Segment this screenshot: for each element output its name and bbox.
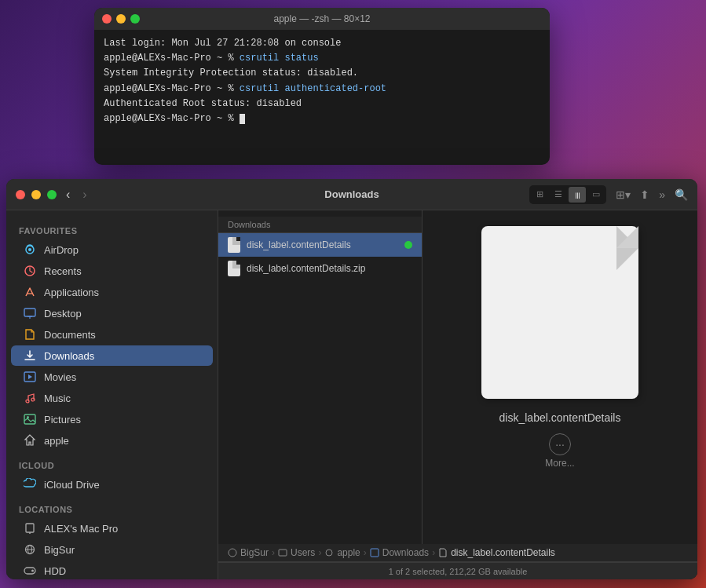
path-item-file[interactable]: disk_label.contentDetails — [451, 547, 555, 558]
terminal-line-5: Authenticated Root status: disabled — [104, 97, 540, 111]
downloads-icon — [24, 349, 36, 362]
sidebar-item-pictures[interactable]: Pictures — [11, 409, 213, 429]
sidebar-item-applications[interactable]: Applications — [11, 282, 213, 302]
airdrop-icon — [24, 243, 36, 256]
sidebar-item-apple-label: apple — [44, 435, 69, 447]
sidebar-item-applications-label: Applications — [44, 287, 99, 298]
finder-zoom-button[interactable] — [47, 190, 57, 199]
minimize-button[interactable] — [116, 14, 126, 24]
finder-close-button[interactable] — [16, 190, 25, 199]
favourites-header: Favourites — [6, 217, 218, 239]
arrange-button[interactable]: ⊞▾ — [616, 188, 631, 201]
zoom-button[interactable] — [130, 14, 140, 24]
sidebar-item-documents[interactable]: Documents — [11, 324, 213, 345]
svg-point-10 — [31, 398, 35, 401]
file-item-1[interactable]: disk_label.contentDetails — [218, 233, 422, 257]
terminal-titlebar: apple — -zsh — 80×12 — [94, 8, 550, 30]
users-path-icon — [278, 548, 287, 557]
sidebar-item-downloads[interactable]: Downloads — [11, 345, 213, 366]
more-dots-icon: ··· — [549, 433, 571, 455]
sidebar-item-pictures-label: Pictures — [44, 414, 81, 425]
icon-view-button[interactable]: ⊞ — [531, 187, 548, 203]
terminal-window: apple — -zsh — 80×12 Last login: Mon Jul… — [94, 8, 550, 165]
back-button[interactable]: ‹ — [63, 186, 73, 203]
terminal-line-3: System Integrity Protection status: disa… — [104, 66, 540, 81]
finder-minimize-button[interactable] — [31, 190, 41, 199]
view-modes: ⊞ ☰ ⫼ ▭ — [529, 185, 606, 204]
sidebar-item-documents-label: Documents — [44, 329, 96, 341]
sidebar-item-icloud-drive[interactable]: iCloud Drive — [11, 474, 213, 495]
main-pane: Downloads disk_label.contentDetails disk… — [218, 210, 697, 579]
path-sep-2: › — [318, 547, 321, 558]
svg-point-20 — [229, 549, 236, 557]
forward-button[interactable]: › — [79, 186, 90, 203]
file-icon-2 — [228, 261, 240, 276]
bigsur-path-icon — [228, 548, 237, 557]
terminal-body: Last login: Mon Jul 27 21:28:08 on conso… — [94, 30, 550, 133]
documents-icon — [24, 328, 36, 341]
svg-point-1 — [28, 248, 31, 251]
search-button[interactable]: 🔍 — [675, 188, 688, 201]
svg-point-9 — [26, 400, 29, 403]
svg-rect-23 — [371, 549, 379, 557]
toolbar-right: ⊞ ☰ ⫼ ▭ ⊞▾ ⬆ » 🔍 — [529, 185, 688, 204]
path-sep-4: › — [432, 547, 435, 558]
gallery-view-button[interactable]: ▭ — [587, 187, 605, 203]
sidebar-item-bigsur[interactable]: BigSur — [11, 539, 213, 560]
path-item-apple[interactable]: apple — [337, 547, 360, 558]
file-preview-icon — [481, 226, 638, 399]
sidebar-item-recents[interactable]: Recents — [11, 261, 213, 281]
pictures-icon — [24, 413, 36, 425]
sidebar: Favourites AirDrop Recents — [6, 210, 218, 579]
sidebar-item-music[interactable]: Music — [11, 388, 213, 408]
close-button[interactable] — [102, 14, 112, 24]
downloads-path-icon — [370, 548, 379, 557]
column-header: Downloads — [218, 217, 422, 233]
column-view-button[interactable]: ⫼ — [569, 187, 586, 203]
finder-window: ‹ › Downloads ⊞ ☰ ⫼ ▭ ⊞▾ ⬆ » 🔍 Favourite… — [6, 179, 697, 579]
sidebar-item-bigsur-label: BigSur — [44, 544, 75, 556]
sidebar-item-downloads-label: Downloads — [44, 350, 94, 362]
terminal-line-4: apple@ALEXs-Mac-Pro ~ % csrutil authenti… — [104, 82, 540, 97]
locations-header: Locations — [6, 495, 218, 517]
sidebar-item-hdd[interactable]: HDD — [11, 561, 213, 579]
icloud-header: iCloud — [6, 451, 218, 473]
sidebar-item-airdrop[interactable]: AirDrop — [11, 239, 213, 260]
path-sep-3: › — [364, 547, 367, 558]
more-button[interactable]: ··· More... — [545, 433, 574, 469]
sidebar-item-desktop[interactable]: Desktop — [11, 303, 213, 323]
content-area: Downloads disk_label.contentDetails disk… — [218, 210, 697, 544]
hdd-icon — [24, 564, 36, 577]
sidebar-item-icloud-drive-label: iCloud Drive — [44, 479, 100, 491]
sidebar-item-alexs-mac-pro-label: ALEX's Mac Pro — [44, 523, 118, 535]
file-path-icon — [438, 548, 448, 557]
apple-path-icon — [324, 548, 334, 557]
file-list: Downloads disk_label.contentDetails disk… — [218, 210, 423, 544]
path-item-bigsur[interactable]: BigSur — [240, 547, 269, 558]
sidebar-item-movies[interactable]: Movies — [11, 367, 213, 387]
sidebar-item-desktop-label: Desktop — [44, 308, 82, 320]
sidebar-item-alexs-mac-pro[interactable]: ALEX's Mac Pro — [11, 518, 213, 539]
path-item-users[interactable]: Users — [291, 547, 315, 558]
svg-rect-21 — [279, 550, 287, 556]
more-label: More... — [545, 458, 574, 469]
file-item-2[interactable]: disk_label.contentDetails.zip — [218, 257, 422, 280]
share-button[interactable]: ⬆ — [640, 188, 649, 201]
bigsur-icon — [24, 543, 36, 556]
terminal-line-2: apple@ALEXs-Mac-Pro ~ % csrutil status — [104, 51, 540, 66]
path-sep-1: › — [272, 547, 275, 558]
sidebar-item-airdrop-label: AirDrop — [44, 244, 79, 256]
sidebar-item-apple[interactable]: apple — [11, 430, 213, 451]
sidebar-item-music-label: Music — [44, 393, 71, 404]
list-view-button[interactable]: ☰ — [550, 187, 567, 203]
status-text: 1 of 2 selected, 212,22 GB available — [389, 567, 528, 576]
path-item-downloads[interactable]: Downloads — [382, 547, 429, 558]
preview-pane: disk_label.contentDetails ··· More... — [423, 210, 697, 544]
more-options-button[interactable]: » — [659, 188, 665, 201]
finder-content: Favourites AirDrop Recents — [6, 210, 697, 579]
svg-point-12 — [27, 416, 29, 418]
desktop-icon — [24, 307, 36, 320]
file-icon-1 — [228, 237, 240, 253]
svg-rect-4 — [24, 309, 35, 316]
terminal-line-6: apple@ALEXs-Mac-Pro ~ % — [104, 111, 540, 126]
